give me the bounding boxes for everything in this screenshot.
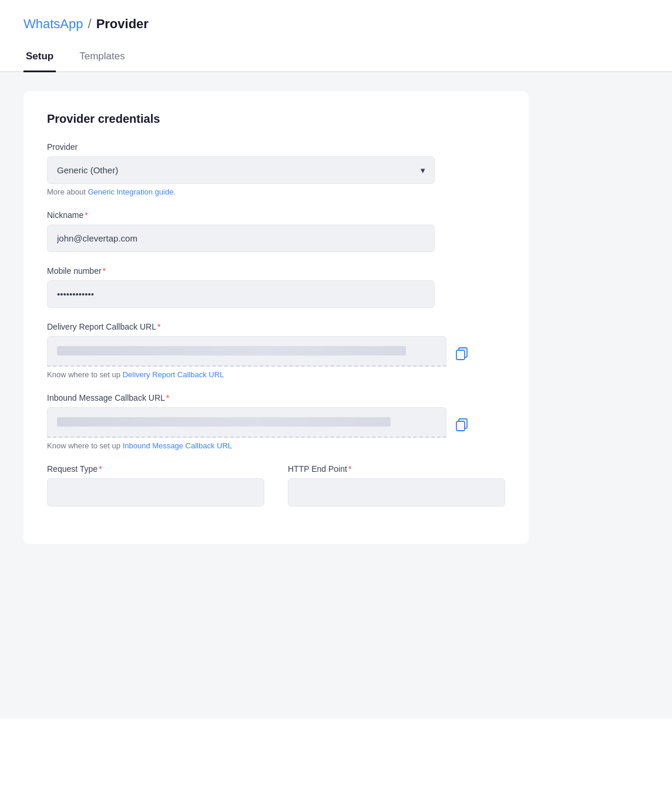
nickname-field-group: Nickname* [47,210,505,252]
provider-field-group: Provider Generic (Other) ▾ More about Ge… [47,142,505,196]
delivery-url-blurred [47,336,446,367]
request-type-required-star: * [99,464,102,474]
inbound-url-copy-icon[interactable] [453,416,470,434]
nickname-label: Nickname* [47,210,505,220]
inbound-url-label: Inbound Message Callback URL* [47,393,505,402]
provider-select-wrapper: Generic (Other) ▾ [47,156,435,184]
svg-rect-1 [456,350,465,360]
nickname-required-star: * [85,210,88,220]
request-type-label: Request Type* [47,464,264,474]
delivery-url-input-container [47,336,446,367]
request-type-input[interactable] [47,478,264,506]
svg-rect-3 [456,421,465,431]
inbound-url-wrapper [47,407,470,438]
breadcrumb-provider: Provider [96,16,149,32]
delivery-url-copy-icon[interactable] [453,345,470,363]
inbound-url-input-container [47,407,446,438]
page-wrapper: WhatsApp / Provider Setup Templates Prov… [0,0,672,785]
mobile-required-star: * [103,266,106,276]
mobile-number-field-group: Mobile number* [47,266,505,308]
request-type-field-group: Request Type* [47,464,264,506]
header: WhatsApp / Provider [0,0,672,32]
delivery-url-helper: Know where to set up Delivery Report Cal… [47,370,505,379]
generic-integration-guide-link[interactable]: Generic Integration guide. [88,187,176,196]
breadcrumb-separator: / [88,16,92,32]
tabs-container: Setup Templates [0,32,672,72]
inbound-url-blurred [47,407,446,438]
provider-helper-text: More about Generic Integration guide. [47,187,505,196]
breadcrumb-whatsapp-link[interactable]: WhatsApp [23,16,83,32]
mobile-number-input[interactable] [47,280,435,308]
tab-templates[interactable]: Templates [77,51,127,72]
provider-credentials-card: Provider credentials Provider Generic (O… [23,91,529,544]
two-col-row: Request Type* HTTP End Point* [47,464,505,521]
breadcrumb: WhatsApp / Provider [23,16,649,32]
delivery-url-guide-link[interactable]: Delivery Report Callback URL [123,370,224,379]
delivery-url-wrapper [47,336,470,367]
http-endpoint-input[interactable] [288,478,505,506]
content-area: Provider credentials Provider Generic (O… [0,72,672,719]
inbound-url-field-group: Inbound Message Callback URL* [47,393,505,450]
inbound-url-required-star: * [166,393,169,402]
provider-label: Provider [47,142,505,152]
http-endpoint-required-star: * [348,464,351,474]
http-endpoint-label: HTTP End Point* [288,464,505,474]
delivery-url-label: Delivery Report Callback URL* [47,322,505,331]
provider-select[interactable]: Generic (Other) [47,156,435,184]
inbound-url-guide-link[interactable]: Inbound Message Callback URL [123,441,232,450]
tab-setup[interactable]: Setup [23,51,56,72]
nickname-input[interactable] [47,224,435,252]
http-endpoint-field-group: HTTP End Point* [288,464,505,506]
delivery-url-required-star: * [157,322,160,331]
delivery-url-field-group: Delivery Report Callback URL* [47,322,505,379]
card-title: Provider credentials [47,112,505,126]
mobile-number-label: Mobile number* [47,266,505,276]
inbound-url-helper: Know where to set up Inbound Message Cal… [47,441,505,450]
